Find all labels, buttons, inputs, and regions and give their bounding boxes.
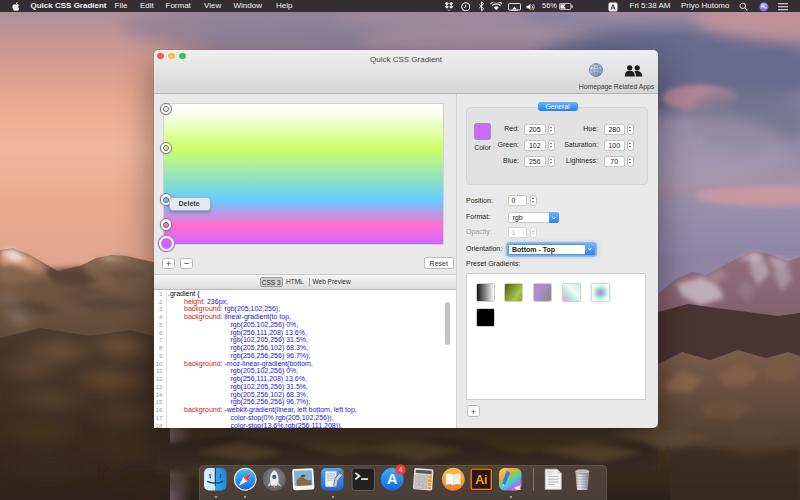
svg-text:Ai: Ai (475, 473, 487, 487)
svg-text:4: 4 (398, 465, 402, 474)
